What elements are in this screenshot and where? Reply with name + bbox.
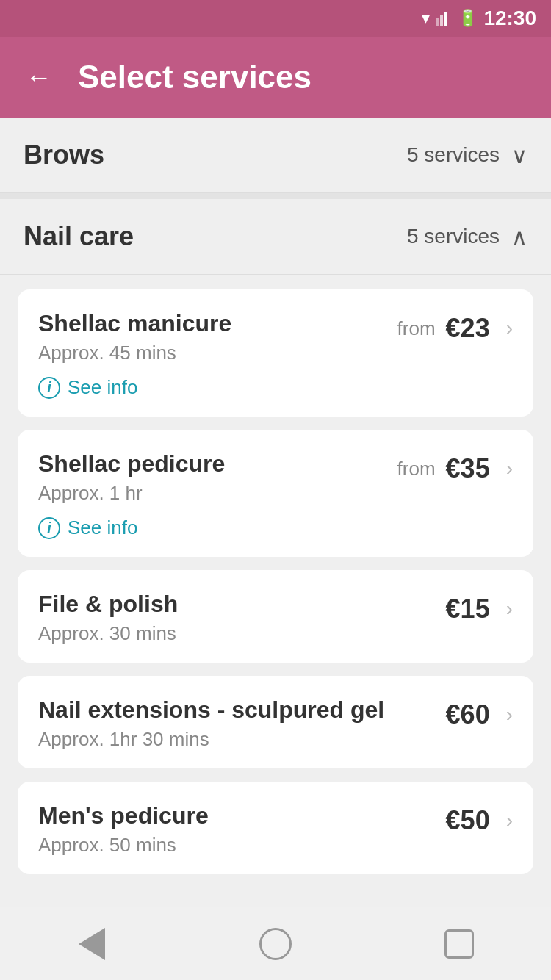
section-divider xyxy=(0,193,551,199)
service-card-nail-extensions[interactable]: Nail extensions - sculpured gel Approx. … xyxy=(18,676,533,768)
service-info: Shellac pedicure Approx. 1 hr xyxy=(38,450,397,505)
service-price-area: from €35 › xyxy=(397,453,513,484)
service-card-shellac-pedicure[interactable]: Shellac pedicure Approx. 1 hr from €35 ›… xyxy=(18,430,533,557)
bottom-nav xyxy=(0,907,551,980)
category-nail-care-title: Nail care xyxy=(24,221,134,252)
service-name: Men's pedicure xyxy=(38,802,446,829)
see-info-label: See info xyxy=(68,376,137,399)
chevron-right-icon: › xyxy=(506,703,513,727)
status-icons: ▾ 🔋 12:30 xyxy=(422,7,536,30)
info-icon: i xyxy=(38,517,60,539)
header: ← Select services xyxy=(0,37,551,118)
service-price-area: €50 › xyxy=(446,805,513,836)
recent-square-icon xyxy=(444,929,474,959)
home-circle-icon xyxy=(259,928,292,960)
service-price-area: €15 › xyxy=(446,594,513,624)
service-name: File & polish xyxy=(38,591,446,618)
service-duration: Approx. 1 hr xyxy=(38,482,397,505)
price-from-label: from xyxy=(397,317,436,340)
status-bar: ▾ 🔋 12:30 xyxy=(0,0,551,37)
price-value: €15 xyxy=(446,594,490,624)
service-duration: Approx. 30 mins xyxy=(38,622,446,645)
category-brows-title: Brows xyxy=(24,140,104,170)
status-time: 12:30 xyxy=(483,7,536,30)
service-card-mens-pedicure[interactable]: Men's pedicure Approx. 50 mins €50 › xyxy=(18,782,533,874)
page-title: Select services xyxy=(78,59,311,96)
service-price-area: from €23 › xyxy=(397,313,513,344)
price-from-label: from xyxy=(397,458,436,480)
service-price-area: €60 › xyxy=(446,699,513,730)
nail-care-services-count: 5 services xyxy=(407,225,500,248)
service-header: Men's pedicure Approx. 50 mins €50 › xyxy=(38,802,513,857)
nav-back-button[interactable] xyxy=(70,922,114,966)
service-header: Nail extensions - sculpured gel Approx. … xyxy=(38,696,513,751)
brows-services-count: 5 services xyxy=(407,143,500,167)
service-name: Shellac manicure xyxy=(38,310,397,337)
service-name: Shellac pedicure xyxy=(38,450,397,478)
price-value: €60 xyxy=(446,699,490,730)
category-brows-right: 5 services ∨ xyxy=(407,143,527,168)
service-name: Nail extensions - sculpured gel xyxy=(38,696,446,724)
service-header: File & polish Approx. 30 mins €15 › xyxy=(38,591,513,645)
chevron-right-icon: › xyxy=(506,597,513,621)
price-value: €35 xyxy=(446,453,490,484)
wifi-icon: ▾ xyxy=(422,9,430,28)
see-info-button[interactable]: i See info xyxy=(38,516,513,539)
service-duration: Approx. 1hr 30 mins xyxy=(38,728,446,751)
services-list: Shellac manicure Approx. 45 mins from €2… xyxy=(0,275,551,970)
service-card-file-polish[interactable]: File & polish Approx. 30 mins €15 › xyxy=(18,570,533,663)
chevron-right-icon: › xyxy=(506,809,513,832)
svg-rect-1 xyxy=(440,15,443,26)
service-info: File & polish Approx. 30 mins xyxy=(38,591,446,645)
service-header: Shellac manicure Approx. 45 mins from €2… xyxy=(38,310,513,364)
info-icon: i xyxy=(38,377,60,399)
service-info: Men's pedicure Approx. 50 mins xyxy=(38,802,446,857)
price-value: €23 xyxy=(446,313,490,344)
see-info-button[interactable]: i See info xyxy=(38,376,513,399)
service-info: Nail extensions - sculpured gel Approx. … xyxy=(38,696,446,751)
nail-care-chevron-up-icon: ∧ xyxy=(511,224,527,250)
back-button[interactable]: ← xyxy=(22,58,56,96)
service-card-shellac-manicure[interactable]: Shellac manicure Approx. 45 mins from €2… xyxy=(18,289,533,417)
service-duration: Approx. 50 mins xyxy=(38,834,446,857)
nav-recent-button[interactable] xyxy=(437,922,481,966)
chevron-right-icon: › xyxy=(506,317,513,340)
see-info-label: See info xyxy=(68,516,137,539)
battery-icon: 🔋 xyxy=(458,9,478,28)
chevron-right-icon: › xyxy=(506,457,513,480)
back-triangle-icon xyxy=(79,928,105,960)
category-brows[interactable]: Brows 5 services ∨ xyxy=(0,118,551,193)
brows-chevron-down-icon: ∨ xyxy=(511,143,527,168)
service-header: Shellac pedicure Approx. 1 hr from €35 › xyxy=(38,450,513,505)
nav-home-button[interactable] xyxy=(253,922,298,966)
service-info: Shellac manicure Approx. 45 mins xyxy=(38,310,397,364)
svg-rect-2 xyxy=(444,12,447,26)
category-nail-care-right: 5 services ∧ xyxy=(407,224,527,250)
category-nail-care[interactable]: Nail care 5 services ∧ xyxy=(0,199,551,275)
svg-rect-0 xyxy=(436,18,439,26)
service-duration: Approx. 45 mins xyxy=(38,342,397,364)
price-value: €50 xyxy=(446,805,490,836)
signal-icon xyxy=(436,10,452,26)
